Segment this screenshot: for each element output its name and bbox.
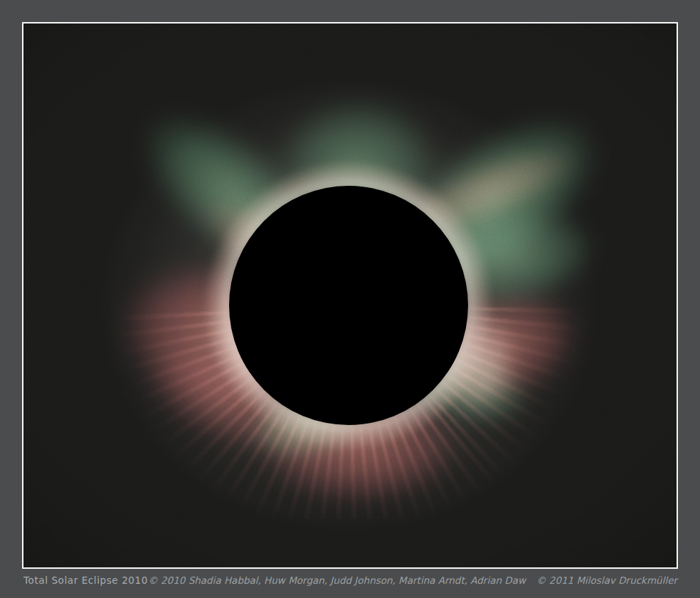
eclipse-photo [23,23,677,567]
credit-observers: © 2010 Shadia Habbal, Huw Morgan, Judd J… [148,575,526,586]
photo-title: Total Solar Eclipse 2010 [23,575,148,586]
photo-credits: © 2010 Shadia Habbal, Huw Morgan, Judd J… [148,575,677,586]
eclipse-photo-frame [22,22,678,569]
moon-disk [229,186,468,425]
caption-bar: Total Solar Eclipse 2010 © 2010 Shadia H… [23,575,677,586]
credit-processing: © 2011 Miloslav Druckmüller [536,575,677,586]
page-background: Total Solar Eclipse 2010 © 2010 Shadia H… [0,0,700,598]
